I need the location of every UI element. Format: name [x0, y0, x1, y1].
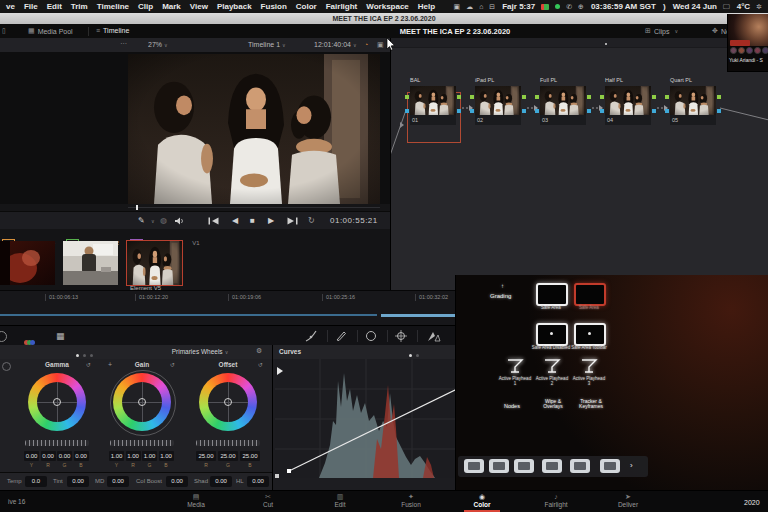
- play-reverse-icon[interactable]: ◀: [232, 212, 238, 230]
- video-track-segment[interactable]: [0, 314, 377, 316]
- timeline-button[interactable]: ≡ Timeline: [96, 27, 129, 34]
- curves-panel[interactable]: [272, 359, 459, 490]
- temp-value[interactable]: 0.0: [25, 476, 47, 487]
- deck-next-arrow[interactable]: ›: [630, 461, 633, 470]
- gain-b-value[interactable]: 1.00: [159, 451, 174, 461]
- safe-area-toolbar-button[interactable]: [574, 323, 606, 346]
- deck-bottom-button-3[interactable]: [514, 459, 534, 473]
- menu-timeline[interactable]: Timeline: [97, 2, 129, 11]
- node-thumbnail[interactable]: [410, 86, 456, 115]
- node-output-blue[interactable]: [652, 109, 656, 113]
- crosshair-icon[interactable]: +: [108, 361, 112, 368]
- menu-color[interactable]: Color: [296, 2, 317, 11]
- gain-g-value[interactable]: 1.00: [142, 451, 157, 461]
- loop-icon[interactable]: ↻: [308, 212, 315, 230]
- node-graph-panel[interactable]: BAL 01 iPad PL 02 Full PL 03: [390, 38, 768, 290]
- prayer-time[interactable]: Fajr 5:37: [502, 2, 535, 11]
- battery-icon[interactable]: [541, 4, 549, 10]
- node-thumbnail[interactable]: [670, 86, 716, 115]
- node-input-green[interactable]: [405, 95, 409, 99]
- clip-thumbnail-03[interactable]: [63, 241, 118, 285]
- node-input-blue[interactable]: [535, 109, 539, 113]
- md-value[interactable]: 0.00: [107, 476, 129, 487]
- qualifier-icon[interactable]: [335, 330, 347, 342]
- deck-nodes-button[interactable]: Nodes: [504, 403, 520, 409]
- node-input-green[interactable]: [470, 95, 474, 99]
- curves-graph[interactable]: [275, 359, 457, 478]
- playhead[interactable]: [136, 205, 138, 210]
- node-input-blue[interactable]: [405, 109, 409, 113]
- curves-tool-icon[interactable]: [305, 330, 317, 342]
- node-output-green[interactable]: [717, 95, 721, 99]
- reset-icon[interactable]: ↺: [86, 361, 91, 368]
- offset-g-value[interactable]: 25.00: [218, 451, 238, 461]
- temperature[interactable]: 4°C: [737, 2, 750, 11]
- media-pool-button[interactable]: ▦ Media Pool: [28, 27, 73, 35]
- node-ipad-pl[interactable]: iPad PL 02: [475, 77, 521, 125]
- panel-page-dots[interactable]: [409, 351, 423, 358]
- col-boost-value[interactable]: 0.00: [166, 476, 188, 487]
- active-playhead-3-icon[interactable]: [580, 359, 598, 375]
- deck-bottom-button-5[interactable]: [570, 459, 590, 473]
- avatar[interactable]: [754, 47, 761, 54]
- hl-value[interactable]: 0.00: [247, 476, 269, 487]
- date[interactable]: Wed 24 Jun: [673, 2, 717, 11]
- tab-edit[interactable]: ▥ Edit: [310, 491, 370, 509]
- node-output-blue[interactable]: [587, 109, 591, 113]
- viewer-menu-dots[interactable]: ⋯: [120, 40, 127, 48]
- viewer-jog-bar[interactable]: [0, 204, 390, 211]
- reset-all-icon[interactable]: [2, 362, 11, 371]
- gain-y-value[interactable]: 1.00: [109, 451, 124, 461]
- node-thumbnail[interactable]: [605, 86, 651, 115]
- node-input-blue[interactable]: [665, 109, 669, 113]
- node-output-green[interactable]: [652, 95, 656, 99]
- clip-thumbnail-02[interactable]: [0, 241, 55, 285]
- panel-page-dots[interactable]: [76, 351, 97, 358]
- tab-color-active[interactable]: ◉ Color: [452, 491, 512, 509]
- menu-trim[interactable]: Trim: [71, 2, 88, 11]
- window-icon[interactable]: [365, 330, 377, 342]
- node-quart-pl[interactable]: Quart PL 05: [670, 77, 716, 125]
- offset-b-value[interactable]: 25.00: [240, 451, 260, 461]
- menu-mark[interactable]: Mark: [162, 2, 181, 11]
- deck-wipe-overlays-button[interactable]: Wipe & Overlays: [538, 399, 568, 409]
- tab-cut[interactable]: ✂ Cut: [238, 491, 298, 509]
- node-input-green[interactable]: [665, 95, 669, 99]
- speaker-icon[interactable]: [174, 217, 184, 225]
- node-output-blue[interactable]: [717, 109, 721, 113]
- active-playhead-1-icon[interactable]: [506, 359, 524, 375]
- gamma-r-value[interactable]: 0.00: [41, 451, 56, 461]
- gamma-y-value[interactable]: 0.00: [24, 451, 39, 461]
- deck-bottom-button-6[interactable]: [600, 459, 620, 473]
- avatar[interactable]: [762, 47, 768, 54]
- curve-point[interactable]: [287, 469, 291, 473]
- skip-forward-icon[interactable]: [287, 217, 298, 225]
- menu-fusion[interactable]: Fusion: [261, 2, 287, 11]
- tab-fairlight[interactable]: ♪ Fairlight: [526, 491, 586, 509]
- node-thumbnail[interactable]: [540, 86, 586, 115]
- screen-mirror-icon[interactable]: 🖵: [723, 3, 730, 11]
- deck-bottom-button-4[interactable]: [542, 459, 562, 473]
- node-input-green[interactable]: [535, 95, 539, 99]
- safe-area-disabled-button[interactable]: [536, 323, 568, 346]
- gamma-b-value[interactable]: 0.00: [74, 451, 89, 461]
- menu-view[interactable]: View: [190, 2, 208, 11]
- gamma-g-value[interactable]: 0.00: [57, 451, 72, 461]
- panel-toggle-button[interactable]: ▯: [2, 27, 6, 35]
- annotate-pen-icon[interactable]: ✎: [138, 212, 145, 230]
- menu-workspace[interactable]: Workspace: [366, 2, 409, 11]
- avatar[interactable]: [730, 47, 737, 54]
- gallery-icon[interactable]: [0, 331, 7, 342]
- wheels-panel-title-select[interactable]: Primaries Wheels∨: [150, 348, 250, 355]
- play-icon[interactable]: ▶: [268, 212, 274, 230]
- avatar[interactable]: [738, 47, 745, 54]
- tab-deliver[interactable]: ➤ Deliver: [598, 491, 658, 509]
- node-input-blue[interactable]: [470, 109, 474, 113]
- viewer-zoom-select[interactable]: 27%∨: [148, 41, 168, 48]
- gain-master-wheel[interactable]: [110, 440, 174, 446]
- node-bal[interactable]: BAL 01: [410, 77, 456, 125]
- viewer-timecode-select[interactable]: 12:01:40:04∨: [314, 41, 357, 48]
- reset-icon[interactable]: ↺: [258, 361, 263, 368]
- bluetooth-icon[interactable]: ✲: [756, 3, 762, 11]
- display-icon[interactable]: ▣: [454, 3, 461, 11]
